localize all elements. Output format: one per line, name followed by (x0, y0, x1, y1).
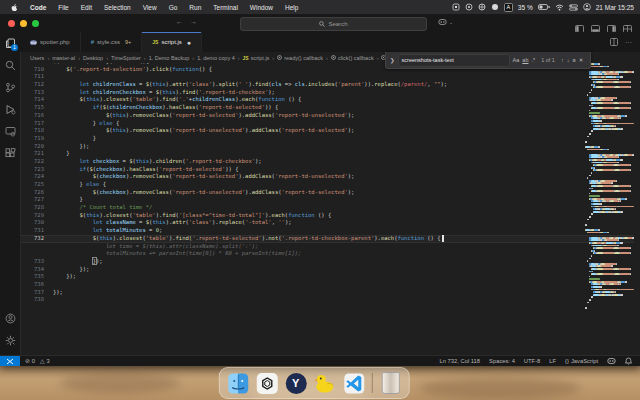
dock-trash-icon[interactable] (380, 372, 402, 394)
code-line-728[interactable]: 728 /* Count total time */ (20, 204, 634, 212)
dock-chatgpt-icon[interactable] (256, 372, 278, 394)
menubar-clock[interactable]: 21 Mar 15:25 (596, 4, 634, 11)
menubar-item-help[interactable]: Help (279, 4, 304, 11)
command-center-search[interactable]: Search (240, 17, 427, 31)
cursor-position-status[interactable]: Ln 732, Col 118 (440, 358, 481, 364)
language-mode-status[interactable]: {}JavaScript (565, 358, 598, 364)
menubar-app-name[interactable]: Code (24, 4, 52, 11)
activitybar-run-debug[interactable] (0, 98, 20, 120)
find-input[interactable]: screenshots-task-text (398, 54, 510, 67)
code-line-737[interactable]: 737}); (20, 289, 634, 297)
code-line-720[interactable]: 720 }); (20, 143, 634, 151)
code-line-730[interactable]: 730 let className = $(this).attr('class'… (20, 219, 634, 227)
breadcrumb-item[interactable]: TimeSpotter (111, 55, 141, 61)
code-line-712[interactable]: 712 let childrenClass = $(this).attr('cl… (20, 81, 634, 89)
breadcrumb-item[interactable]: ready() callback (277, 55, 323, 61)
menu-extra-icon-3[interactable] (478, 3, 486, 11)
wifi-icon[interactable] (555, 4, 564, 11)
activitybar-search[interactable] (0, 54, 20, 76)
problems-status[interactable]: ⊘0 △3 (25, 358, 50, 364)
eol-status[interactable]: LF (549, 358, 556, 364)
remote-indicator[interactable] (0, 356, 20, 366)
nav-forward-icon[interactable]: → (190, 18, 197, 25)
code-line-723[interactable]: 723 if($(checkbox).hasClass('report-td-s… (20, 166, 634, 174)
breadcrumb-item[interactable]: Desktop (83, 55, 103, 61)
activitybar-remote-explorer[interactable] (0, 120, 20, 142)
code-line-713[interactable]: 713 let childrenCheckbox = $(this).find(… (20, 89, 634, 97)
menubar-item-go[interactable]: Go (163, 4, 184, 11)
menubar-item-selection[interactable]: Selection (98, 4, 137, 11)
code-line-714[interactable]: 714 $(this).closest('table').find('.'+ch… (20, 96, 634, 104)
code-line-738[interactable]: 738 (20, 296, 634, 304)
activitybar-account[interactable] (0, 307, 20, 329)
ghost-suggestion-line[interactable]: totalMinutes += parseInt(time[0]) * 60 +… (20, 250, 634, 258)
code-line-721[interactable]: 721 } (20, 150, 634, 158)
minimize-window-button[interactable] (20, 20, 27, 27)
code-line-731[interactable]: 731 let totalMinutes = 0; (20, 227, 634, 235)
regex-button[interactable]: .* (531, 57, 535, 63)
window-titlebar[interactable]: ← → Search ⌄ (0, 14, 640, 33)
activitybar-extensions[interactable] (0, 142, 20, 164)
activitybar-settings[interactable] (0, 329, 20, 351)
activitybar-explorer[interactable]: 1 (0, 32, 20, 54)
code-line-711[interactable]: 711 (20, 73, 634, 81)
breadcrumb-item[interactable]: JSscript.js (243, 55, 270, 61)
zoom-window-button[interactable] (32, 20, 39, 27)
breadcrumb-item[interactable]: Users (30, 55, 44, 61)
breadcrumb-item[interactable]: 1. demo copy 4 (197, 55, 235, 61)
code-line-716[interactable]: 716 $(this).removeClass('report-td-selec… (20, 112, 634, 120)
breadcrumb-item[interactable]: master-al (52, 55, 75, 61)
tab-script.js[interactable]: JSscript.js● (142, 32, 202, 52)
breadcrumb-item[interactable]: 1. Demo Backup (149, 55, 190, 61)
tab-spotter.php[interactable]: phpspotter.php (20, 32, 81, 52)
toggle-replace-chevron-icon[interactable]: ❯ (390, 57, 395, 63)
menubar-item-edit[interactable]: Edit (75, 4, 98, 11)
menubar-item-file[interactable]: File (52, 4, 74, 11)
indentation-status[interactable]: Spaces: 4 (489, 358, 515, 364)
match-case-button[interactable]: Aa (513, 57, 520, 63)
code-line-735[interactable]: 735 }); (20, 273, 634, 281)
nav-back-icon[interactable]: ← (176, 18, 183, 25)
find-previous-icon[interactable]: ↑ (561, 57, 564, 63)
menu-extra-icon-2[interactable] (465, 3, 473, 11)
activitybar-source-control[interactable] (0, 76, 20, 98)
code-line-736[interactable]: 736 (20, 281, 634, 289)
copilot-menu[interactable]: ⌄ (438, 18, 453, 26)
code-editor[interactable]: 709$(document).ready(function(){710 $('.… (20, 63, 634, 355)
code-line-725[interactable]: 725 } else { (20, 181, 634, 189)
minimap[interactable] (585, 63, 634, 355)
find-in-selection-icon[interactable]: ≡ (572, 57, 575, 63)
dock-finder-icon[interactable] (227, 372, 249, 394)
menubar-item-view[interactable]: View (137, 4, 163, 11)
find-next-icon[interactable]: ↓ (567, 57, 570, 63)
code-line-719[interactable]: 719 } (20, 135, 634, 143)
menu-extra-icon-4[interactable] (491, 3, 499, 11)
menubar-item-run[interactable]: Run (183, 4, 207, 11)
code-line-733[interactable]: 733 }); (20, 258, 634, 266)
code-line-732[interactable]: 732 $(this).closest('table').find('.repo… (20, 235, 634, 243)
copilot-status-icon[interactable] (607, 357, 616, 365)
code-line-718[interactable]: 718 $(this).removeClass('report-td-unsel… (20, 127, 634, 135)
code-line-726[interactable]: 726 $(checkbox).removeClass('report-td-u… (20, 189, 634, 197)
editor-actions-more-icon[interactable]: ··· (625, 39, 632, 46)
code-line-729[interactable]: 729 $(this).closest('table').find('[clas… (20, 212, 634, 220)
code-line-724[interactable]: 724 $(checkbox).removeClass('report-td-s… (20, 173, 634, 181)
control-center-icon[interactable] (569, 4, 578, 11)
close-find-icon[interactable]: ✕ (579, 57, 584, 63)
code-line-734[interactable]: 734 }); (20, 266, 634, 274)
menubar-item-window[interactable]: Window (244, 4, 279, 11)
code-line-727[interactable]: 727 } (20, 196, 634, 204)
dock-y-app-icon[interactable]: Y (285, 372, 307, 394)
user-menu-icon[interactable] (583, 3, 591, 11)
encoding-status[interactable]: UTF-8 (524, 358, 540, 364)
code-line-717[interactable]: 717 } else { (20, 120, 634, 128)
ghost-suggestion-line[interactable]: let time = $(this).attr(className).split… (20, 243, 634, 251)
dock-cyberduck-icon[interactable] (314, 372, 336, 394)
code-line-722[interactable]: 722 let checkbox = $(this).children('.re… (20, 158, 634, 166)
whole-word-button[interactable]: ab (522, 57, 528, 63)
battery-icon[interactable] (538, 4, 550, 11)
code-line-715[interactable]: 715 if($(childrenCheckbox).hasClass('rep… (20, 104, 634, 112)
split-editor-icon[interactable] (610, 38, 618, 47)
apple-menu-icon[interactable] (10, 3, 18, 12)
dock-vscode-icon[interactable] (343, 372, 365, 394)
